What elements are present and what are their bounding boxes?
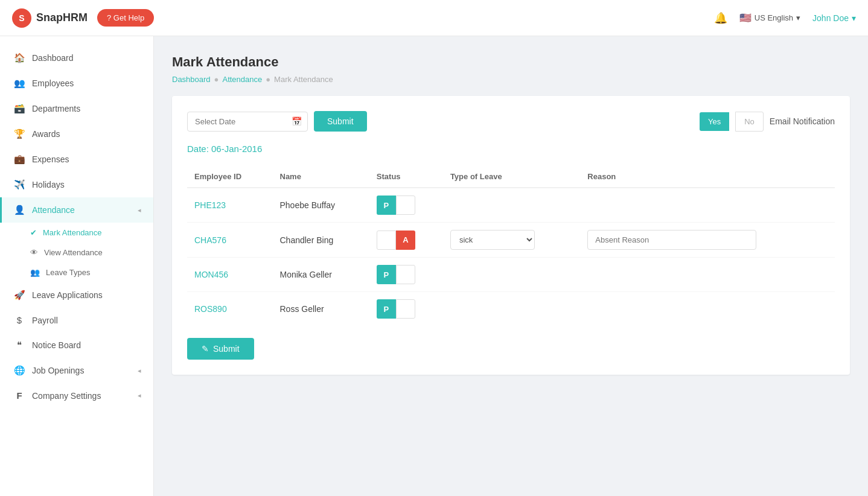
topnav-left: S SnapHRM ? Get Help bbox=[12, 8, 154, 28]
checkmark-icon: ✔ bbox=[30, 228, 37, 237]
breadcrumb-dashboard[interactable]: Dashboard bbox=[172, 75, 211, 84]
toolbar-submit-button[interactable]: Submit bbox=[314, 111, 367, 132]
cell-name: Chandler Bing bbox=[273, 223, 369, 258]
col-employee-id: Employee ID bbox=[187, 166, 273, 188]
sidebar-item-label: Holidays bbox=[32, 180, 65, 189]
toolbar: 📅 Submit YesNo Email Notification bbox=[187, 111, 835, 132]
status-p-button[interactable]: P bbox=[377, 196, 396, 215]
attendance-chevron-icon: ◂ bbox=[138, 206, 141, 214]
bottom-submit-button[interactable]: ✎ Submit bbox=[187, 338, 254, 360]
calendar-icon[interactable]: 📅 bbox=[292, 116, 302, 126]
table-row: ROS890Ross GellerP bbox=[187, 292, 835, 326]
employees-icon: 👥 bbox=[14, 78, 25, 89]
sidebar-item-label: Awards bbox=[32, 129, 60, 139]
sidebar-item-label: Attendance bbox=[32, 205, 75, 215]
sidebar-sub-item-leave-types[interactable]: 👥 Leave Types bbox=[24, 262, 153, 282]
breadcrumb-sep-2: ● bbox=[266, 75, 270, 84]
get-help-button[interactable]: ? Get Help bbox=[97, 9, 154, 27]
sidebar-item-departments[interactable]: 🗃️ Departments bbox=[0, 96, 153, 121]
leave-applications-icon: 🚀 bbox=[14, 290, 25, 300]
cell-leave-type bbox=[443, 188, 580, 223]
sidebar-item-attendance[interactable]: 👤 Attendance ◂ bbox=[0, 197, 153, 223]
cell-status: P bbox=[369, 258, 443, 292]
date-input[interactable] bbox=[187, 112, 308, 132]
sidebar-item-label: Leave Applications bbox=[32, 290, 103, 300]
bottom-submit-wrap: ✎ Submit bbox=[187, 338, 835, 360]
language-selector[interactable]: 🇺🇸 US English ▾ bbox=[739, 12, 800, 24]
sidebar-item-awards[interactable]: 🏆 Awards bbox=[0, 121, 153, 147]
attendance-table: Employee ID Name Status Type of Leave Re… bbox=[187, 166, 835, 326]
status-a-button[interactable] bbox=[396, 299, 415, 319]
user-chevron-icon: ▾ bbox=[852, 13, 856, 23]
cell-leave-type bbox=[443, 292, 580, 326]
page-title: Mark Attendance bbox=[172, 54, 850, 70]
company-settings-chevron-icon: ◂ bbox=[138, 392, 141, 399]
flag-icon: 🇺🇸 bbox=[739, 12, 752, 24]
cell-status: P bbox=[369, 292, 443, 326]
table-row: CHA576Chandler BingAsickcasualmaternitya… bbox=[187, 223, 835, 258]
cell-leave-type: sickcasualmaternityannual bbox=[443, 223, 580, 258]
sidebar-item-label: Payroll bbox=[32, 316, 58, 325]
cell-reason bbox=[580, 292, 835, 326]
status-p-button[interactable] bbox=[377, 231, 396, 250]
sidebar-item-holidays[interactable]: ✈️ Holidays bbox=[0, 172, 153, 197]
cell-employee-id: CHA576 bbox=[187, 223, 273, 258]
sidebar-item-payroll[interactable]: $ Payroll bbox=[0, 308, 153, 332]
attendance-icon: 👤 bbox=[14, 205, 25, 215]
cell-leave-type bbox=[443, 258, 580, 292]
sidebar-item-label: Dashboard bbox=[32, 53, 74, 63]
awards-icon: 🏆 bbox=[14, 129, 25, 139]
cell-status: P bbox=[369, 188, 443, 223]
attendance-card: 📅 Submit YesNo Email Notification Date: … bbox=[172, 96, 850, 375]
cell-employee-id: PHE123 bbox=[187, 188, 273, 223]
sidebar-sub-item-mark-attendance[interactable]: ✔ Mark Attendance bbox=[24, 223, 153, 243]
sub-item-label: Mark Attendance bbox=[43, 228, 102, 237]
topnav: S SnapHRM ? Get Help 🔔 🇺🇸 US English ▾ J… bbox=[0, 0, 868, 36]
eye-icon: 👁 bbox=[30, 248, 38, 257]
sidebar-item-dashboard[interactable]: 🏠 Dashboard bbox=[0, 45, 153, 71]
email-yes-button[interactable]: Yes bbox=[700, 112, 729, 131]
sidebar-sub-item-view-attendance[interactable]: 👁 View Attendance bbox=[24, 243, 153, 262]
sidebar-item-company-settings[interactable]: F Company Settings ◂ bbox=[0, 383, 153, 408]
sidebar-item-label: Job Openings bbox=[32, 366, 84, 375]
layout: 🏠 Dashboard 👥 Employees 🗃️ Departments 🏆… bbox=[0, 36, 868, 496]
cell-name: Ross Geller bbox=[273, 292, 369, 326]
main-content: Mark Attendance Dashboard ● Attendance ●… bbox=[154, 36, 868, 496]
cell-reason bbox=[580, 188, 835, 223]
sidebar-item-label: Notice Board bbox=[32, 340, 81, 350]
status-a-button[interactable]: A bbox=[396, 231, 415, 250]
sidebar-item-employees[interactable]: 👥 Employees bbox=[0, 71, 153, 96]
payroll-icon: $ bbox=[14, 315, 25, 325]
user-menu[interactable]: John Doe ▾ bbox=[812, 13, 856, 23]
submit-label: Submit bbox=[213, 344, 240, 354]
sidebar-item-notice-board[interactable]: ❝ Notice Board bbox=[0, 332, 153, 358]
dashboard-icon: 🏠 bbox=[14, 52, 25, 63]
departments-icon: 🗃️ bbox=[14, 103, 25, 114]
status-a-button[interactable] bbox=[396, 265, 415, 284]
cell-reason bbox=[580, 223, 835, 258]
bell-icon[interactable]: 🔔 bbox=[714, 11, 727, 25]
attendance-submenu: ✔ Mark Attendance 👁 View Attendance 👥 Le… bbox=[0, 223, 153, 282]
status-p-button[interactable]: P bbox=[377, 299, 396, 319]
cell-reason bbox=[580, 258, 835, 292]
col-status: Status bbox=[369, 166, 443, 188]
status-a-button[interactable] bbox=[396, 196, 415, 215]
status-p-button[interactable]: P bbox=[377, 265, 396, 284]
col-name: Name bbox=[273, 166, 369, 188]
sidebar-item-job-openings[interactable]: 🌐 Job Openings ◂ bbox=[0, 358, 153, 383]
breadcrumb-attendance[interactable]: Attendance bbox=[222, 75, 262, 84]
sidebar-item-label: Employees bbox=[32, 78, 74, 88]
job-openings-icon: 🌐 bbox=[14, 365, 25, 376]
leave-type-select[interactable]: sickcasualmaternityannual bbox=[450, 230, 535, 250]
cell-name: Monika Geller bbox=[273, 258, 369, 292]
cell-name: Phoebe Buffay bbox=[273, 188, 369, 223]
absent-reason-input[interactable] bbox=[587, 230, 756, 250]
app-name: SnapHRM bbox=[36, 11, 88, 24]
email-no-button[interactable]: No bbox=[735, 112, 764, 132]
breadcrumb-sep-1: ● bbox=[214, 75, 219, 84]
sidebar-item-expenses[interactable]: 💼 Expenses bbox=[0, 147, 153, 172]
cell-employee-id: ROS890 bbox=[187, 292, 273, 326]
email-notif-label: Email Notification bbox=[770, 116, 835, 126]
breadcrumb-current: Mark Attendance bbox=[274, 75, 333, 84]
sidebar-item-leave-applications[interactable]: 🚀 Leave Applications bbox=[0, 282, 153, 308]
